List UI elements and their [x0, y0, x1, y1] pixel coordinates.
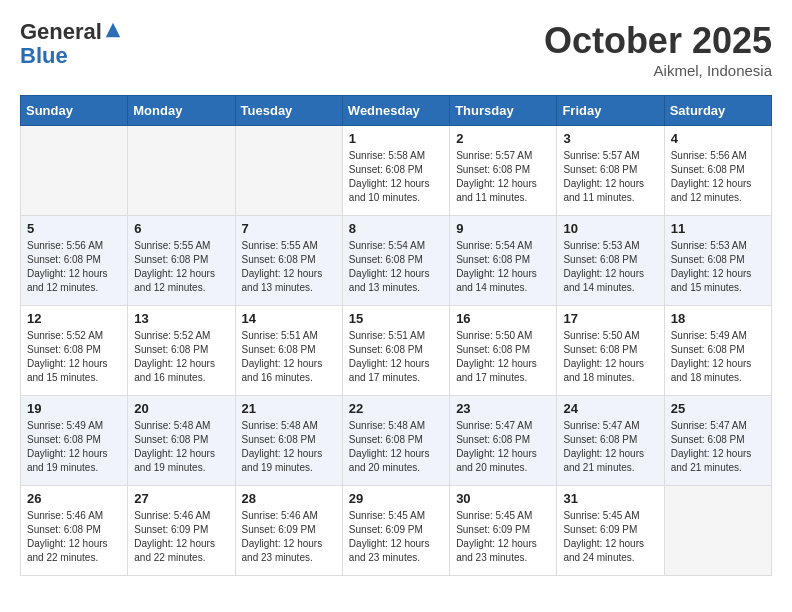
day-info: Sunrise: 5:45 AM Sunset: 6:09 PM Dayligh…	[563, 509, 657, 565]
day-number: 25	[671, 401, 765, 416]
day-number: 12	[27, 311, 121, 326]
calendar-week-row-5: 26Sunrise: 5:46 AM Sunset: 6:08 PM Dayli…	[21, 486, 772, 576]
calendar-cell: 21Sunrise: 5:48 AM Sunset: 6:08 PM Dayli…	[235, 396, 342, 486]
weekday-header-row: SundayMondayTuesdayWednesdayThursdayFrid…	[21, 96, 772, 126]
day-info: Sunrise: 5:56 AM Sunset: 6:08 PM Dayligh…	[27, 239, 121, 295]
location: Aikmel, Indonesia	[544, 62, 772, 79]
day-number: 27	[134, 491, 228, 506]
title-area: October 2025 Aikmel, Indonesia	[544, 20, 772, 79]
calendar-cell: 19Sunrise: 5:49 AM Sunset: 6:08 PM Dayli…	[21, 396, 128, 486]
calendar-cell	[664, 486, 771, 576]
calendar-cell: 20Sunrise: 5:48 AM Sunset: 6:08 PM Dayli…	[128, 396, 235, 486]
day-info: Sunrise: 5:53 AM Sunset: 6:08 PM Dayligh…	[671, 239, 765, 295]
day-number: 19	[27, 401, 121, 416]
calendar-cell	[235, 126, 342, 216]
day-number: 31	[563, 491, 657, 506]
day-number: 16	[456, 311, 550, 326]
day-number: 20	[134, 401, 228, 416]
calendar-cell: 12Sunrise: 5:52 AM Sunset: 6:08 PM Dayli…	[21, 306, 128, 396]
calendar-cell: 23Sunrise: 5:47 AM Sunset: 6:08 PM Dayli…	[450, 396, 557, 486]
weekday-header-wednesday: Wednesday	[342, 96, 449, 126]
day-number: 9	[456, 221, 550, 236]
day-info: Sunrise: 5:57 AM Sunset: 6:08 PM Dayligh…	[563, 149, 657, 205]
day-info: Sunrise: 5:58 AM Sunset: 6:08 PM Dayligh…	[349, 149, 443, 205]
day-number: 10	[563, 221, 657, 236]
calendar-week-row-1: 1Sunrise: 5:58 AM Sunset: 6:08 PM Daylig…	[21, 126, 772, 216]
day-info: Sunrise: 5:47 AM Sunset: 6:08 PM Dayligh…	[456, 419, 550, 475]
day-number: 4	[671, 131, 765, 146]
day-info: Sunrise: 5:54 AM Sunset: 6:08 PM Dayligh…	[349, 239, 443, 295]
day-number: 28	[242, 491, 336, 506]
day-info: Sunrise: 5:47 AM Sunset: 6:08 PM Dayligh…	[563, 419, 657, 475]
calendar-cell: 31Sunrise: 5:45 AM Sunset: 6:09 PM Dayli…	[557, 486, 664, 576]
day-info: Sunrise: 5:52 AM Sunset: 6:08 PM Dayligh…	[27, 329, 121, 385]
day-number: 26	[27, 491, 121, 506]
weekday-header-monday: Monday	[128, 96, 235, 126]
calendar-cell: 4Sunrise: 5:56 AM Sunset: 6:08 PM Daylig…	[664, 126, 771, 216]
calendar-cell: 5Sunrise: 5:56 AM Sunset: 6:08 PM Daylig…	[21, 216, 128, 306]
day-number: 6	[134, 221, 228, 236]
day-number: 17	[563, 311, 657, 326]
day-info: Sunrise: 5:47 AM Sunset: 6:08 PM Dayligh…	[671, 419, 765, 475]
calendar-cell: 9Sunrise: 5:54 AM Sunset: 6:08 PM Daylig…	[450, 216, 557, 306]
day-number: 3	[563, 131, 657, 146]
day-number: 1	[349, 131, 443, 146]
day-info: Sunrise: 5:45 AM Sunset: 6:09 PM Dayligh…	[349, 509, 443, 565]
day-info: Sunrise: 5:48 AM Sunset: 6:08 PM Dayligh…	[242, 419, 336, 475]
calendar-cell: 25Sunrise: 5:47 AM Sunset: 6:08 PM Dayli…	[664, 396, 771, 486]
calendar-cell: 10Sunrise: 5:53 AM Sunset: 6:08 PM Dayli…	[557, 216, 664, 306]
day-number: 24	[563, 401, 657, 416]
day-number: 2	[456, 131, 550, 146]
calendar-cell: 8Sunrise: 5:54 AM Sunset: 6:08 PM Daylig…	[342, 216, 449, 306]
day-number: 21	[242, 401, 336, 416]
day-number: 30	[456, 491, 550, 506]
calendar-cell: 15Sunrise: 5:51 AM Sunset: 6:08 PM Dayli…	[342, 306, 449, 396]
logo-blue: Blue	[20, 43, 68, 68]
calendar-cell: 11Sunrise: 5:53 AM Sunset: 6:08 PM Dayli…	[664, 216, 771, 306]
weekday-header-saturday: Saturday	[664, 96, 771, 126]
day-info: Sunrise: 5:56 AM Sunset: 6:08 PM Dayligh…	[671, 149, 765, 205]
day-number: 7	[242, 221, 336, 236]
calendar-cell: 1Sunrise: 5:58 AM Sunset: 6:08 PM Daylig…	[342, 126, 449, 216]
logo: General Blue	[20, 20, 124, 68]
calendar-cell: 3Sunrise: 5:57 AM Sunset: 6:08 PM Daylig…	[557, 126, 664, 216]
day-info: Sunrise: 5:45 AM Sunset: 6:09 PM Dayligh…	[456, 509, 550, 565]
calendar-week-row-4: 19Sunrise: 5:49 AM Sunset: 6:08 PM Dayli…	[21, 396, 772, 486]
calendar-cell: 14Sunrise: 5:51 AM Sunset: 6:08 PM Dayli…	[235, 306, 342, 396]
calendar-cell: 26Sunrise: 5:46 AM Sunset: 6:08 PM Dayli…	[21, 486, 128, 576]
calendar-cell: 29Sunrise: 5:45 AM Sunset: 6:09 PM Dayli…	[342, 486, 449, 576]
calendar-cell: 13Sunrise: 5:52 AM Sunset: 6:08 PM Dayli…	[128, 306, 235, 396]
day-number: 23	[456, 401, 550, 416]
day-info: Sunrise: 5:55 AM Sunset: 6:08 PM Dayligh…	[242, 239, 336, 295]
day-info: Sunrise: 5:51 AM Sunset: 6:08 PM Dayligh…	[349, 329, 443, 385]
calendar-cell: 30Sunrise: 5:45 AM Sunset: 6:09 PM Dayli…	[450, 486, 557, 576]
weekday-header-friday: Friday	[557, 96, 664, 126]
calendar-cell: 7Sunrise: 5:55 AM Sunset: 6:08 PM Daylig…	[235, 216, 342, 306]
day-info: Sunrise: 5:48 AM Sunset: 6:08 PM Dayligh…	[134, 419, 228, 475]
month-title: October 2025	[544, 20, 772, 62]
calendar-table: SundayMondayTuesdayWednesdayThursdayFrid…	[20, 95, 772, 576]
day-info: Sunrise: 5:54 AM Sunset: 6:08 PM Dayligh…	[456, 239, 550, 295]
weekday-header-sunday: Sunday	[21, 96, 128, 126]
calendar-cell: 2Sunrise: 5:57 AM Sunset: 6:08 PM Daylig…	[450, 126, 557, 216]
day-info: Sunrise: 5:46 AM Sunset: 6:09 PM Dayligh…	[242, 509, 336, 565]
calendar-header: General Blue October 2025 Aikmel, Indone…	[20, 20, 772, 79]
weekday-header-thursday: Thursday	[450, 96, 557, 126]
day-info: Sunrise: 5:46 AM Sunset: 6:08 PM Dayligh…	[27, 509, 121, 565]
day-number: 29	[349, 491, 443, 506]
calendar-cell	[128, 126, 235, 216]
calendar-cell: 16Sunrise: 5:50 AM Sunset: 6:08 PM Dayli…	[450, 306, 557, 396]
calendar-cell: 6Sunrise: 5:55 AM Sunset: 6:08 PM Daylig…	[128, 216, 235, 306]
day-number: 18	[671, 311, 765, 326]
day-info: Sunrise: 5:55 AM Sunset: 6:08 PM Dayligh…	[134, 239, 228, 295]
day-info: Sunrise: 5:49 AM Sunset: 6:08 PM Dayligh…	[671, 329, 765, 385]
day-number: 8	[349, 221, 443, 236]
calendar-cell: 18Sunrise: 5:49 AM Sunset: 6:08 PM Dayli…	[664, 306, 771, 396]
day-info: Sunrise: 5:57 AM Sunset: 6:08 PM Dayligh…	[456, 149, 550, 205]
day-info: Sunrise: 5:53 AM Sunset: 6:08 PM Dayligh…	[563, 239, 657, 295]
day-info: Sunrise: 5:48 AM Sunset: 6:08 PM Dayligh…	[349, 419, 443, 475]
calendar-cell	[21, 126, 128, 216]
day-info: Sunrise: 5:46 AM Sunset: 6:09 PM Dayligh…	[134, 509, 228, 565]
day-number: 5	[27, 221, 121, 236]
calendar-cell: 17Sunrise: 5:50 AM Sunset: 6:08 PM Dayli…	[557, 306, 664, 396]
